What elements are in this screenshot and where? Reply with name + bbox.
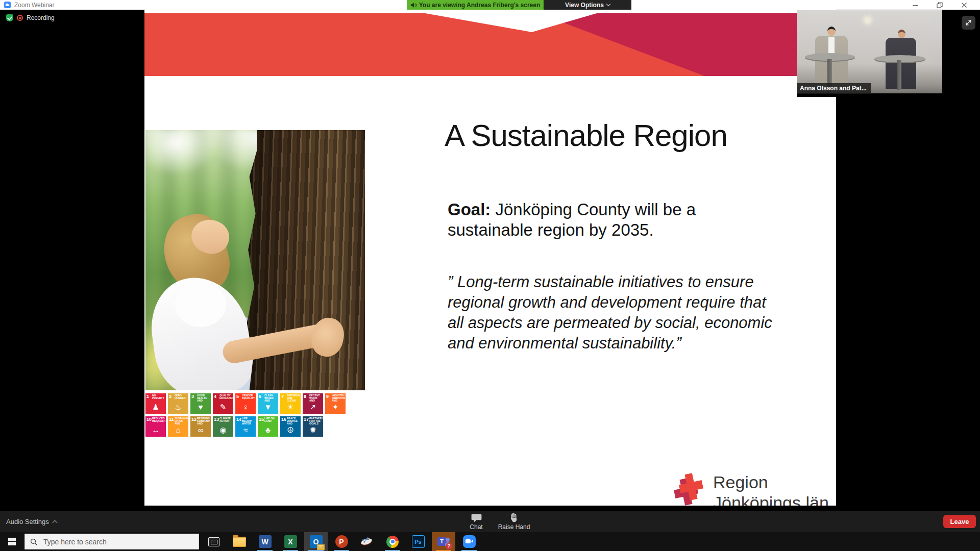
restore-button[interactable] (931, 0, 948, 10)
sdg-tile: 16 Peace, Justice and Strong Institution… (280, 416, 301, 437)
task-view-button[interactable] (202, 532, 226, 551)
participant-name-label: Anna Olsson and Pat... (797, 83, 871, 94)
sdg-tile-icon: ◉ (213, 424, 233, 436)
raise-hand-button[interactable]: Raise Hand (496, 512, 532, 532)
sdg-tile-label: Life Below Water (242, 417, 255, 425)
sdg-tile-label: Life on Land (264, 417, 278, 422)
search-icon (30, 538, 37, 545)
view-options-button[interactable]: View Options (544, 0, 631, 10)
sdg-tile-icon: ♨ (168, 402, 188, 413)
taskbar-zoom[interactable] (457, 532, 481, 551)
view-options-label: View Options (565, 2, 604, 9)
sdg-tile-label: Decent Work and Economic Growth (309, 394, 323, 402)
start-button[interactable] (0, 532, 23, 551)
sdg-tile-icon: ≈ (235, 424, 256, 436)
share-banner-text: You are viewing Andreas Friberg's screen (419, 2, 541, 9)
chat-bubble-icon (471, 514, 482, 522)
photoshop-icon: Ps (412, 535, 425, 548)
security-shield-icon[interactable] (6, 14, 13, 21)
sdg-tile-icon: ✎ (213, 402, 233, 413)
chevron-up-icon (52, 520, 57, 525)
taskbar-powerpoint[interactable]: P (330, 532, 353, 551)
sdg-tile-icon: ↗ (303, 402, 323, 413)
sdg-tile-label: Affordable and Clean Energy (287, 394, 300, 402)
sdg-tile-label: Good Health and Well-Being (197, 394, 210, 402)
sdg-tile-number: 5 (236, 394, 239, 399)
sdg-tile-icon: ♟ (145, 402, 166, 413)
sdg-tile: 12 Responsible Consumption and Productio… (190, 416, 211, 437)
taskbar-word[interactable]: W (253, 532, 277, 551)
close-button[interactable] (955, 0, 973, 10)
taskbar-snipping-tool[interactable]: ✂ (355, 532, 379, 551)
sdg-tile: 17 Partnerships for the Goals ✺ (303, 416, 323, 437)
sdg-tile-label: Quality Education (219, 394, 233, 399)
ceiling-lamp (865, 18, 870, 23)
goal-label: Goal: (448, 200, 491, 219)
screen: Zoom Webinar You are viewing Andreas Fri… (0, 0, 980, 551)
recording-label: Recording (27, 14, 55, 21)
folder-icon (233, 537, 246, 547)
minimize-button[interactable] (906, 0, 924, 10)
outlook-icon: O (310, 535, 323, 548)
slide-quote: ” Long-term sustainable initiatives to e… (448, 272, 779, 354)
sdg-tile: 6 Clean Water and Sanitation ▼ (258, 393, 278, 414)
taskbar-search[interactable] (24, 534, 199, 549)
task-view-icon (208, 537, 219, 546)
sdg-tile-icon: ♀ (235, 402, 256, 413)
sdg-tile-label: Partnerships for the Goals (309, 417, 323, 425)
speaker-icon (410, 2, 416, 8)
recording-indicator: Recording (6, 14, 55, 21)
sdg-tile-icon: ▼ (258, 402, 278, 413)
taskbar-teams[interactable]: T 7 (432, 532, 455, 551)
taskbar-chrome[interactable] (381, 532, 404, 551)
audio-settings-button[interactable]: Audio Settings (6, 511, 57, 532)
taskbar-excel[interactable]: X (279, 532, 302, 551)
sdg-tile-icon: ⌂ (168, 424, 188, 436)
sdg-tile-number: 1 (146, 394, 149, 399)
powerpoint-icon: P (335, 535, 348, 548)
taskbar-file-explorer[interactable] (228, 532, 251, 551)
sdg-tile: 4 Quality Education ✎ (213, 393, 233, 414)
sdg-tile-number: 12 (191, 417, 197, 422)
search-input[interactable] (42, 537, 175, 546)
sdg-tile-icon: ♥ (190, 402, 211, 413)
sdg-tile-icon: ♣ (258, 424, 278, 436)
sdg-tile: 15 Life on Land ♣ (258, 416, 278, 437)
webinar-stage: Recording (0, 10, 980, 532)
presenter-video-thumbnail[interactable]: Anna Olsson and Pat... (797, 10, 942, 97)
sdg-tile: 9 Industry, Innovation and Infrastructur… (325, 393, 346, 414)
envelope-icon (317, 544, 325, 550)
sdg-tile-label: Gender Equality (242, 394, 255, 399)
sdg-tile-number: 10 (146, 417, 152, 422)
sdg-tile-label: Climate Action (219, 417, 233, 422)
sdg-tile-icon: ☮ (280, 424, 301, 436)
sdg-tile-label: Industry, Innovation and Infrastructure (332, 394, 345, 402)
screen-share-banner: You are viewing Andreas Friberg's screen (407, 0, 544, 10)
logo-text-line2: Jönköpings län (713, 493, 829, 506)
sdg-tile-label: Zero Hunger (175, 394, 188, 399)
sdg-tile-number: 13 (214, 417, 219, 422)
taskbar-outlook[interactable]: O (304, 532, 328, 551)
sdg-tile: 2 Zero Hunger ♨ (168, 393, 188, 414)
windows-taskbar: W X O P ✂ Ps T (0, 532, 980, 551)
expand-video-button[interactable] (962, 16, 975, 30)
sdg-tile: 7 Affordable and Clean Energy ☀ (280, 393, 301, 414)
leave-button[interactable]: Leave (943, 515, 976, 528)
word-icon: W (259, 535, 272, 548)
sdg-tile-icon: ✦ (325, 402, 346, 413)
sdg-tile-icon: ☀ (280, 402, 301, 413)
chat-button[interactable]: Chat (458, 512, 494, 532)
teams-notification-badge: 7 (446, 543, 452, 549)
girl-hugging-tree-photo (145, 130, 365, 390)
taskbar-photoshop[interactable]: Ps (406, 532, 430, 551)
sdg-tile-label: Sustainable Cities and Communities (175, 417, 188, 425)
sdg-tile: 3 Good Health and Well-Being ♥ (190, 393, 211, 414)
sdg-tile: 1 No Poverty ♟ (145, 393, 166, 414)
slide-goal-text: Goal: Jönköping County will be a sustain… (448, 199, 723, 240)
expand-arrows-icon (965, 19, 972, 27)
sdg-tile: 10 Reduced Inequalities ↔ (145, 416, 166, 437)
zoom-app-icon (4, 2, 11, 8)
raise-hand-label: Raise Hand (498, 523, 530, 531)
slide-title: A Sustainable Region (445, 118, 812, 153)
sdg-tile-number: 8 (304, 394, 306, 399)
